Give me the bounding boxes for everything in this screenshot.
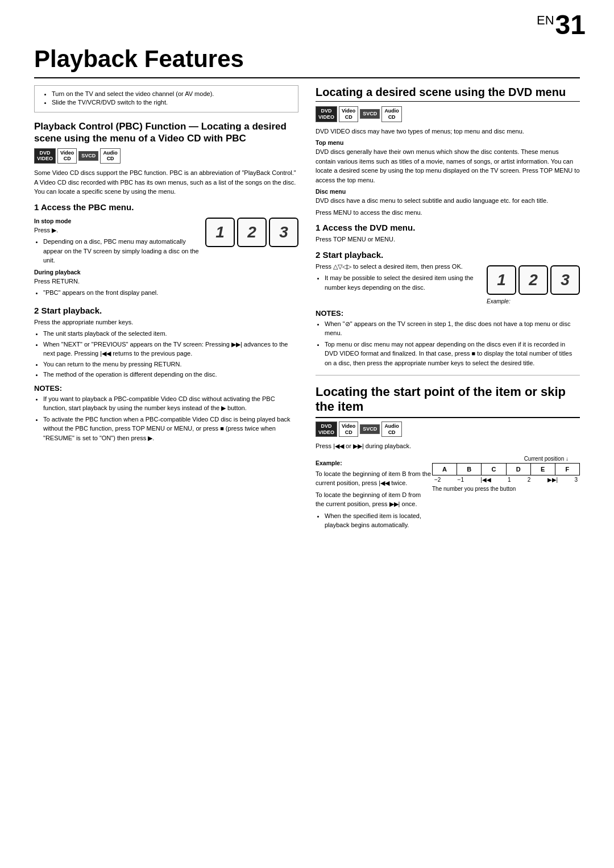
during-playback-bullet-0: "PBC" appears on the front display panel… — [43, 288, 200, 298]
num-2: 2 — [528, 477, 531, 483]
in-stop-mode-text: Press ▶. — [34, 226, 200, 235]
dvd-step2-heading: 2 Start playback. — [316, 250, 580, 260]
skip-diagram: Example: To locate the beginning of item… — [316, 456, 580, 532]
skip-badge-audio: AudioCD — [381, 422, 402, 437]
during-playback-bullets: "PBC" appears on the front display panel… — [34, 288, 200, 298]
skip-section-heading: Locating the start point of the item or … — [316, 385, 580, 418]
pbc-notes-label: NOTES: — [34, 384, 298, 393]
skip-badges: DVDVIDEO VideoCD SVCD AudioCD — [316, 422, 580, 437]
skip-desc-line-1: To locate the beginning of item D from t… — [316, 490, 431, 509]
dvd-note-0: When "⊘" appears on the TV screen in ste… — [325, 319, 580, 338]
pbc-notes: NOTES: If you want to playback a PBC-com… — [34, 384, 298, 443]
thumb-row: 1 2 3 — [205, 218, 298, 247]
dvd-badge-audio: AudioCD — [381, 106, 402, 122]
dvd-step2-content: Press △▽◁▷ to select a desired item, the… — [316, 262, 580, 304]
pbc-step1-thumbnails: 1 2 3 — [205, 214, 298, 251]
dvd-step2-thumbnails: 1 2 3 Example: — [487, 262, 580, 304]
left-column: Turn on the TV and select the video chan… — [34, 85, 298, 537]
dvd-menu-badges: DVDVIDEO VideoCD SVCD AudioCD — [316, 106, 580, 122]
dvd-menu-description: DVD VIDEO discs may have two types of me… — [316, 127, 580, 136]
diagram-figure: Current position ↓ A B C D E F — [432, 456, 580, 495]
num-arrow-left: |◀◀ — [480, 477, 491, 483]
in-stop-bullets: Depending on a disc, PBC menu may automa… — [34, 237, 200, 265]
skip-section: Locating the start point of the item or … — [316, 385, 580, 532]
disc-menu-text: DVD discs have a disc menu to select sub… — [316, 196, 580, 206]
intro-item-2: Slide the TV/VCR/DVD switch to the right… — [52, 99, 291, 106]
en-label: EN — [537, 13, 554, 27]
pbc-step1-content: In stop mode Press ▶. Depending on a dis… — [34, 214, 298, 300]
thumb-3: 3 — [269, 218, 298, 247]
skip-badge-svcd: SVCD — [360, 424, 380, 434]
pbc-description: Some Video CD discs support the PBC func… — [34, 168, 298, 197]
pbc-step2-bullet-0: The unit starts playback of the selected… — [43, 329, 298, 339]
in-stop-mode-label: In stop mode — [34, 218, 200, 224]
top-menu-text: DVD discs generally have their own menus… — [316, 147, 580, 185]
diagram-description: Example: To locate the beginning of item… — [316, 456, 431, 532]
pbc-step2-text: Press the appropriate number keys. — [34, 318, 298, 327]
current-pos-label: Current position ↓ — [432, 456, 569, 462]
diagram-row: Example: To locate the beginning of item… — [316, 456, 580, 532]
badge-svcd: SVCD — [78, 151, 98, 161]
in-stop-bullet-0: Depending on a disc, PBC menu may automa… — [43, 237, 200, 265]
thumb-2: 2 — [237, 218, 267, 247]
num-3: 3 — [574, 477, 578, 483]
dvd-step2-text: Press △▽◁▷ to select a desired item, the… — [316, 262, 481, 272]
pbc-note-0: If you want to playback a PBC-compatible… — [43, 394, 298, 413]
intro-list: Turn on the TV and select the video chan… — [42, 90, 291, 106]
pbc-step2-heading: 2 Start playback. — [34, 306, 298, 315]
pbc-step2-bullet-3: The method of the operation is different… — [43, 370, 298, 379]
pbc-step1-heading: 1 Access the PBC menu. — [34, 202, 298, 212]
dvd-thumb-3: 3 — [550, 265, 580, 295]
disc-menu-label: Disc menu — [316, 188, 580, 195]
dvd-step2-bullet-0: It may be possible to select the desired… — [325, 273, 481, 292]
skip-note-bullets: When the specified item is located, play… — [316, 511, 431, 530]
cell-A: A — [433, 464, 457, 475]
cell-F: F — [555, 464, 579, 475]
dvd-example-label: Example: — [487, 298, 580, 304]
dvd-thumb-row: 1 2 3 — [487, 265, 580, 295]
dvd-step1-text: Press TOP MENU or MENU. — [316, 235, 580, 244]
disc-menu-text2: Press MENU to access the disc menu. — [316, 208, 580, 218]
page-number: EN31 — [537, 11, 586, 39]
two-column-layout: Turn on the TV and select the video chan… — [34, 85, 580, 537]
dvd-menu-section: Locating a desired scene using the DVD m… — [316, 85, 580, 375]
diagram-numbers: −2 −1 |◀◀ 1 2 ▶▶| 3 — [432, 477, 580, 483]
cell-D: D — [507, 464, 531, 475]
pbc-step1-text: In stop mode Press ▶. Depending on a dis… — [34, 214, 200, 300]
dvd-menu-heading: Locating a desired scene using the DVD m… — [316, 85, 580, 102]
intro-item-1: Turn on the TV and select the video chan… — [52, 90, 291, 97]
during-playback-text: Press RETURN. — [34, 277, 200, 286]
dvd-menu-notes: NOTES: When "⊘" appears on the TV screen… — [316, 309, 580, 368]
pbc-step2-bullet-1: When "NEXT" or "PREVIOUS" appears on the… — [43, 340, 298, 358]
top-menu-label: Top menu — [316, 139, 580, 146]
thumb-1: 1 — [205, 218, 235, 247]
dvd-thumb-1: 1 — [487, 265, 516, 295]
num-neg1: −1 — [458, 477, 464, 483]
pbc-format-badges: DVDVIDEO VideoCD SVCD AudioCD — [34, 148, 298, 164]
pbc-note-1: To activate the PBC function when a PBC-… — [43, 415, 298, 443]
footnote-text: The number you press the button — [432, 485, 580, 493]
num-1: 1 — [508, 477, 511, 483]
pbc-step2-bullets: The unit starts playback of the selected… — [34, 329, 298, 379]
dvd-step1-heading: 1 Access the DVD menu. — [316, 223, 580, 232]
dvd-badge-video: VideoCD — [339, 106, 358, 122]
dvd-step2-bullets: It may be possible to select the desired… — [316, 273, 481, 292]
skip-badge-dvd: DVDVIDEO — [316, 422, 337, 437]
main-title: Playback Features — [34, 45, 580, 78]
dvd-thumb-2: 2 — [518, 265, 548, 295]
skip-note-bullet: When the specified item is located, play… — [325, 511, 431, 530]
cell-B: B — [457, 464, 482, 475]
skip-example-label: Example: — [316, 459, 431, 468]
dvd-notes-list: When "⊘" appears on the TV screen in ste… — [316, 319, 580, 368]
page: EN31 Playback Features Turn on the TV an… — [0, 0, 614, 868]
intro-box: Turn on the TV and select the video chan… — [34, 85, 298, 112]
cell-E: E — [531, 464, 555, 475]
pbc-step2-bullet-2: You can return to the menu by pressing R… — [43, 360, 298, 369]
num-neg2: −2 — [434, 477, 441, 483]
skip-desc-line-0: To locate the beginning of item B from t… — [316, 469, 431, 488]
badge-audio-cd: AudioCD — [100, 148, 121, 164]
pbc-section-heading: Playback Control (PBC) Function — Locati… — [34, 120, 298, 145]
dvd-note-1: Top menu or disc menu may not appear dep… — [325, 340, 580, 368]
dvd-notes-label: NOTES: — [316, 309, 580, 318]
dvd-badge-dvd: DVDVIDEO — [316, 106, 337, 122]
